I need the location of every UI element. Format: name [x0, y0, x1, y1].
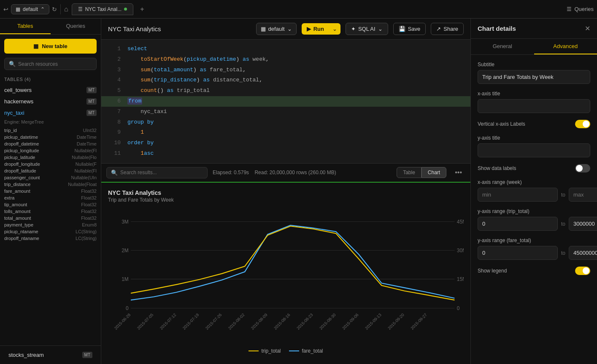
x-axis-range-max[interactable]	[569, 188, 597, 202]
add-tab-button[interactable]: +	[137, 5, 147, 13]
chart-subtitle: Trip and Fare Totals by Week	[108, 197, 464, 203]
new-table-label: New table	[42, 43, 68, 49]
back-button[interactable]: ↩	[3, 6, 8, 13]
home-button[interactable]: ⌂	[64, 5, 68, 13]
table-item-hackernews[interactable]: hackernews MT	[0, 96, 101, 107]
y-axis-title-label: y-axis title	[478, 135, 590, 141]
search-input[interactable]	[18, 61, 92, 67]
panel-tab-advanced[interactable]: Advanced	[534, 39, 597, 54]
code-line-9: 9 1	[101, 127, 470, 138]
table-item-nyc-taxi[interactable]: nyc_taxi MT	[0, 107, 101, 119]
chart-legend: trip_total fare_total	[108, 345, 464, 357]
code-line-4: 4 sum(trip_distance) as distance_total,	[101, 75, 470, 86]
elapsed-text: Elapsed: 0.579s	[213, 170, 249, 175]
run-dropdown-button[interactable]: ⌄	[329, 23, 340, 35]
close-panel-button[interactable]: ✕	[585, 24, 590, 32]
db-label: default	[268, 26, 285, 32]
y-axis-title-field-group: y-axis title	[478, 135, 590, 157]
svg-text:1M: 1M	[122, 276, 129, 282]
db-icon: ▦	[261, 26, 266, 32]
col-payment-type: payment_typeEnum8	[4, 221, 97, 228]
range-to-label2: to	[561, 221, 565, 227]
svg-text:2015-08-30: 2015-08-30	[319, 312, 337, 330]
svg-text:2015-08-09: 2015-08-09	[250, 312, 268, 330]
new-table-button[interactable]: ▦ New table	[4, 39, 97, 54]
vertical-x-axis-labels-toggle[interactable]	[575, 120, 590, 128]
y-axis-range-fare-total-inputs: to	[478, 246, 590, 260]
y-axis-fare-total-min[interactable]	[478, 246, 558, 260]
col-extra: extraFloat32	[4, 194, 97, 201]
col-tip-amount: tip_amountFloat32	[4, 201, 97, 208]
table-item-cell-towers[interactable]: cell_towers MT	[0, 84, 101, 96]
default-tab[interactable]: ▦ default ⌃	[11, 4, 49, 14]
table-badge: MT	[86, 87, 97, 93]
active-dot	[124, 8, 127, 11]
grid-icon: ▦	[33, 43, 38, 49]
chart-title-main: NYC Taxi Analytics	[108, 189, 464, 196]
sql-ai-button[interactable]: ✦ SQL AI ⌄	[346, 23, 388, 35]
file-icon: ☰	[78, 6, 83, 12]
chart-view-button[interactable]: Chart	[421, 167, 446, 178]
toggle-knob-legend	[583, 267, 589, 274]
run-group: ▶ Run ⌄	[302, 23, 340, 35]
tables-section-label: Tables (4)	[0, 74, 101, 84]
right-panel: Chart details ✕ General Advanced Subtitl…	[470, 19, 597, 364]
x-axis-title-field-group: x-axis title	[478, 91, 590, 113]
results-search-input[interactable]	[120, 170, 203, 175]
col-dropoff-datetime: dropoff_datetimeDateTime	[4, 140, 97, 147]
svg-text:2015-07-05: 2015-07-05	[136, 312, 154, 330]
sidebar-tab-queries[interactable]: Queries	[51, 19, 101, 34]
svg-text:45M: 45M	[457, 219, 464, 225]
code-line-3: 3 sum(total_amount) as fare_total,	[101, 65, 470, 75]
panel-tab-general[interactable]: General	[471, 39, 534, 54]
search-box: 🔍	[4, 58, 97, 70]
sql-ai-label: SQL AI	[358, 26, 375, 32]
table-item-stocks-stream[interactable]: stocks_stream MT	[4, 349, 97, 361]
query-title: NYC Taxi Analytics	[108, 25, 251, 32]
show-legend-toggle[interactable]	[575, 267, 590, 275]
db-selector[interactable]: ▦ default ⌄	[256, 23, 297, 35]
query-tab[interactable]: ☰ NYC Taxi Anal...	[72, 3, 133, 15]
show-legend-row: Show legend	[478, 267, 590, 275]
more-options-button[interactable]: •••	[451, 167, 465, 178]
toggle-knob-off	[576, 165, 583, 172]
table-view-button[interactable]: Table	[397, 167, 421, 178]
sparkle-icon: ✦	[351, 26, 356, 32]
panel-tabs: General Advanced	[471, 39, 597, 55]
refresh-button[interactable]: ↻	[52, 6, 57, 13]
subtitle-input[interactable]	[478, 70, 590, 84]
col-total-amount: total_amountFloat32	[4, 215, 97, 221]
col-tolls-amount: tolls_amountFloat32	[4, 208, 97, 215]
x-axis-title-input[interactable]	[478, 99, 590, 113]
code-editor[interactable]: 1 select 2 toStartOfWeek(pickup_datetime…	[101, 40, 470, 164]
svg-text:2015-09-27: 2015-09-27	[410, 312, 428, 330]
y-axis-title-input[interactable]	[478, 143, 590, 157]
code-line-1: 1 select	[101, 44, 470, 54]
queries-button[interactable]: ☰ Queries	[567, 6, 594, 12]
play-icon: ▶	[307, 26, 311, 32]
x-axis-range-inputs: to	[478, 188, 590, 202]
run-button[interactable]: ▶ Run	[302, 23, 329, 35]
y-axis-fare-total-max[interactable]	[569, 246, 597, 260]
x-axis-range-min[interactable]	[478, 188, 558, 202]
results-bar: 🔍 Elapsed: 0.579s Read: 20,000,000 rows …	[101, 164, 470, 183]
share-button[interactable]: ↗ Share	[431, 23, 464, 35]
table-name: stocks_stream	[8, 352, 44, 358]
sidebar-tab-tables[interactable]: Tables	[0, 19, 51, 34]
y-axis-range-fare-total-label: y-axis range (fare_total)	[478, 237, 590, 243]
save-label: Save	[408, 26, 421, 32]
engine-info: Engine: MergeTree	[0, 119, 101, 127]
save-button[interactable]: 💾 Save	[393, 23, 426, 35]
y-axis-trip-total-max[interactable]	[569, 217, 597, 231]
panel-title: Chart details	[478, 25, 516, 32]
read-text: Read: 20,000,000 rows (260.00 MB)	[254, 170, 336, 175]
show-data-labels-toggle[interactable]	[575, 164, 590, 173]
top-bar-right: ☰ Queries	[567, 6, 594, 12]
vertical-x-axis-labels-label: Vertical x-axis Labels	[478, 121, 525, 127]
svg-text:2015-09-20: 2015-09-20	[387, 312, 405, 330]
legend-line-trip	[249, 351, 259, 351]
svg-text:2015-07-26: 2015-07-26	[205, 312, 223, 330]
y-axis-trip-total-min[interactable]	[478, 217, 558, 231]
svg-text:2015-07-12: 2015-07-12	[159, 312, 177, 330]
subtitle-label: Subtitle	[478, 62, 590, 67]
